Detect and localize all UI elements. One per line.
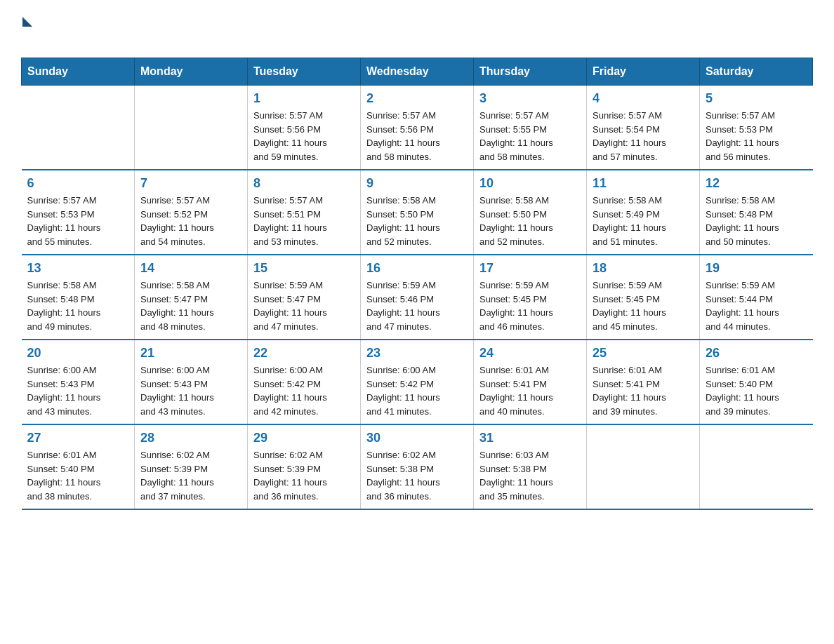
- day-number: 18: [593, 261, 694, 276]
- calendar-cell: [135, 86, 248, 170]
- day-number: 5: [706, 91, 807, 106]
- day-number: 4: [593, 91, 694, 106]
- day-info: Sunrise: 5:57 AMSunset: 5:55 PMDaylight:…: [479, 109, 581, 163]
- day-info: Sunrise: 5:59 AMSunset: 5:46 PMDaylight:…: [366, 279, 468, 333]
- calendar-cell: 2Sunrise: 5:57 AMSunset: 5:56 PMDaylight…: [361, 86, 474, 170]
- day-info: Sunrise: 6:03 AMSunset: 5:38 PMDaylight:…: [479, 448, 581, 503]
- day-number: 7: [140, 176, 241, 191]
- day-number: 6: [27, 176, 129, 191]
- calendar-cell: 20Sunrise: 6:00 AMSunset: 5:43 PMDayligh…: [22, 340, 135, 424]
- day-info: Sunrise: 6:01 AMSunset: 5:41 PMDaylight:…: [593, 363, 694, 418]
- day-info: Sunrise: 5:58 AMSunset: 5:49 PMDaylight:…: [593, 194, 694, 248]
- day-number: 20: [27, 346, 129, 361]
- day-info: Sunrise: 5:57 AMSunset: 5:56 PMDaylight:…: [253, 109, 355, 163]
- day-number: 19: [706, 261, 807, 276]
- calendar-cell: 3Sunrise: 5:57 AMSunset: 5:55 PMDaylight…: [474, 86, 587, 170]
- calendar-cell: 13Sunrise: 5:58 AMSunset: 5:48 PMDayligh…: [22, 255, 135, 340]
- calendar-cell: 30Sunrise: 6:02 AMSunset: 5:38 PMDayligh…: [361, 424, 474, 509]
- page-header: General: [21, 14, 813, 46]
- calendar-cell: 16Sunrise: 5:59 AMSunset: 5:46 PMDayligh…: [361, 255, 474, 340]
- calendar-cell: 5Sunrise: 5:57 AMSunset: 5:53 PMDaylight…: [700, 86, 813, 170]
- day-number: 21: [140, 346, 241, 361]
- day-number: 9: [366, 176, 468, 191]
- day-number: 2: [366, 91, 468, 106]
- calendar-cell: 12Sunrise: 5:58 AMSunset: 5:48 PMDayligh…: [700, 170, 813, 255]
- calendar-cell: 15Sunrise: 5:59 AMSunset: 5:47 PMDayligh…: [248, 255, 361, 340]
- day-info: Sunrise: 5:58 AMSunset: 5:48 PMDaylight:…: [706, 194, 807, 248]
- day-info: Sunrise: 5:59 AMSunset: 5:47 PMDaylight:…: [253, 279, 355, 333]
- calendar-cell: 22Sunrise: 6:00 AMSunset: 5:42 PMDayligh…: [248, 340, 361, 424]
- day-number: 11: [593, 176, 694, 191]
- day-number: 8: [253, 176, 355, 191]
- calendar-cell: [700, 424, 813, 509]
- day-info: Sunrise: 6:00 AMSunset: 5:43 PMDaylight:…: [27, 363, 129, 418]
- calendar-cell: [22, 86, 135, 170]
- calendar-cell: 9Sunrise: 5:58 AMSunset: 5:50 PMDaylight…: [361, 170, 474, 255]
- day-number: 14: [140, 261, 241, 276]
- day-number: 13: [27, 261, 129, 276]
- calendar-cell: 1Sunrise: 5:57 AMSunset: 5:56 PMDaylight…: [248, 86, 361, 170]
- day-info: Sunrise: 6:01 AMSunset: 5:40 PMDaylight:…: [706, 363, 807, 418]
- day-number: 10: [479, 176, 581, 191]
- calendar-week-row: 27Sunrise: 6:01 AMSunset: 5:40 PMDayligh…: [22, 424, 813, 509]
- calendar-cell: 4Sunrise: 5:57 AMSunset: 5:54 PMDaylight…: [587, 86, 700, 170]
- day-info: Sunrise: 5:57 AMSunset: 5:56 PMDaylight:…: [366, 109, 468, 163]
- day-number: 24: [479, 346, 581, 361]
- calendar-cell: 28Sunrise: 6:02 AMSunset: 5:39 PMDayligh…: [135, 424, 248, 509]
- calendar-cell: 6Sunrise: 5:57 AMSunset: 5:53 PMDaylight…: [22, 170, 135, 255]
- day-info: Sunrise: 5:58 AMSunset: 5:50 PMDaylight:…: [479, 194, 581, 248]
- day-number: 23: [366, 346, 468, 361]
- calendar-cell: 24Sunrise: 6:01 AMSunset: 5:41 PMDayligh…: [474, 340, 587, 424]
- calendar-cell: 8Sunrise: 5:57 AMSunset: 5:51 PMDaylight…: [248, 170, 361, 255]
- calendar-cell: 18Sunrise: 5:59 AMSunset: 5:45 PMDayligh…: [587, 255, 700, 340]
- calendar-header-saturday: Saturday: [700, 58, 813, 86]
- day-number: 30: [366, 431, 468, 445]
- calendar-header-sunday: Sunday: [22, 58, 135, 86]
- day-info: Sunrise: 6:02 AMSunset: 5:39 PMDaylight:…: [253, 448, 355, 503]
- day-info: Sunrise: 5:57 AMSunset: 5:54 PMDaylight:…: [593, 109, 694, 163]
- day-info: Sunrise: 5:59 AMSunset: 5:44 PMDaylight:…: [706, 279, 807, 333]
- calendar-cell: 31Sunrise: 6:03 AMSunset: 5:38 PMDayligh…: [474, 424, 587, 509]
- day-number: 15: [253, 261, 355, 276]
- day-info: Sunrise: 5:57 AMSunset: 5:51 PMDaylight:…: [253, 194, 355, 248]
- calendar-cell: 17Sunrise: 5:59 AMSunset: 5:45 PMDayligh…: [474, 255, 587, 340]
- day-number: 28: [140, 431, 241, 445]
- day-info: Sunrise: 5:59 AMSunset: 5:45 PMDaylight:…: [479, 279, 581, 333]
- calendar-cell: 21Sunrise: 6:00 AMSunset: 5:43 PMDayligh…: [135, 340, 248, 424]
- calendar-cell: 7Sunrise: 5:57 AMSunset: 5:52 PMDaylight…: [135, 170, 248, 255]
- calendar-cell: 25Sunrise: 6:01 AMSunset: 5:41 PMDayligh…: [587, 340, 700, 424]
- day-number: 31: [479, 431, 581, 445]
- day-number: 26: [706, 346, 807, 361]
- calendar-table: SundayMondayTuesdayWednesdayThursdayFrid…: [21, 58, 813, 510]
- calendar-week-row: 6Sunrise: 5:57 AMSunset: 5:53 PMDaylight…: [22, 170, 813, 255]
- day-number: 27: [27, 431, 129, 445]
- day-number: 16: [366, 261, 468, 276]
- day-info: Sunrise: 6:00 AMSunset: 5:42 PMDaylight:…: [366, 363, 468, 418]
- day-info: Sunrise: 6:00 AMSunset: 5:42 PMDaylight:…: [253, 363, 355, 418]
- day-number: 22: [253, 346, 355, 361]
- day-info: Sunrise: 5:58 AMSunset: 5:50 PMDaylight:…: [366, 194, 468, 248]
- calendar-cell: 19Sunrise: 5:59 AMSunset: 5:44 PMDayligh…: [700, 255, 813, 340]
- day-info: Sunrise: 5:58 AMSunset: 5:48 PMDaylight:…: [27, 279, 129, 333]
- calendar-week-row: 20Sunrise: 6:00 AMSunset: 5:43 PMDayligh…: [22, 340, 813, 424]
- day-info: Sunrise: 6:00 AMSunset: 5:43 PMDaylight:…: [140, 363, 241, 418]
- day-info: Sunrise: 5:57 AMSunset: 5:52 PMDaylight:…: [140, 194, 241, 248]
- day-number: 29: [253, 431, 355, 445]
- calendar-cell: 26Sunrise: 6:01 AMSunset: 5:40 PMDayligh…: [700, 340, 813, 424]
- calendar-cell: 23Sunrise: 6:00 AMSunset: 5:42 PMDayligh…: [361, 340, 474, 424]
- calendar-week-row: 13Sunrise: 5:58 AMSunset: 5:48 PMDayligh…: [22, 255, 813, 340]
- calendar-header-thursday: Thursday: [474, 58, 587, 86]
- calendar-cell: 11Sunrise: 5:58 AMSunset: 5:49 PMDayligh…: [587, 170, 700, 255]
- logo: General: [21, 14, 96, 46]
- calendar-cell: 14Sunrise: 5:58 AMSunset: 5:47 PMDayligh…: [135, 255, 248, 340]
- day-info: Sunrise: 6:01 AMSunset: 5:40 PMDaylight:…: [27, 448, 129, 503]
- calendar-header-row: SundayMondayTuesdayWednesdayThursdayFrid…: [22, 58, 813, 86]
- calendar-header-wednesday: Wednesday: [361, 58, 474, 86]
- day-number: 17: [479, 261, 581, 276]
- day-info: Sunrise: 6:01 AMSunset: 5:41 PMDaylight:…: [479, 363, 581, 418]
- day-info: Sunrise: 5:58 AMSunset: 5:47 PMDaylight:…: [140, 279, 241, 333]
- calendar-week-row: 1Sunrise: 5:57 AMSunset: 5:56 PMDaylight…: [22, 86, 813, 170]
- calendar-cell: 29Sunrise: 6:02 AMSunset: 5:39 PMDayligh…: [248, 424, 361, 509]
- calendar-cell: 27Sunrise: 6:01 AMSunset: 5:40 PMDayligh…: [22, 424, 135, 509]
- day-info: Sunrise: 5:57 AMSunset: 5:53 PMDaylight:…: [27, 194, 129, 248]
